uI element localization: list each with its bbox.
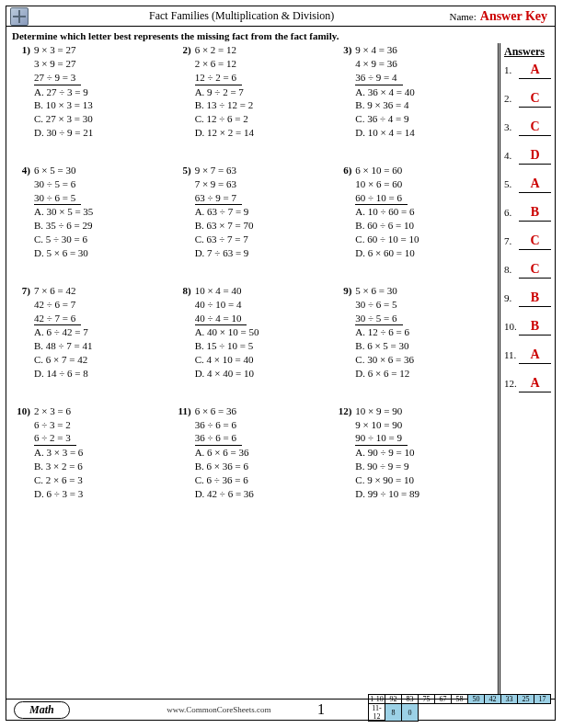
fact-line: 7 × 6 = 42 [34, 284, 93, 298]
plus-logo-icon [10, 7, 29, 26]
fact-line: 42 ÷ 7 = 6 [34, 312, 81, 326]
answers-heading: Answers [504, 45, 551, 59]
choice-line: C. 6 ÷ 36 = 6 [195, 473, 254, 487]
content-area: 1)9 × 3 = 273 × 9 = 2727 ÷ 9 = 3A. 27 ÷ … [6, 43, 555, 700]
instructions-text: Determine which letter best represents t… [6, 27, 555, 45]
answers-list: 1.A2.C3.C4.D5.A6.B7.C8.C9.B10.B11.A12.A [504, 63, 551, 392]
score-cell: 50 [468, 695, 485, 704]
choice-line: D. 7 ÷ 63 = 9 [195, 246, 254, 260]
fact-line: 3 × 9 = 27 [34, 57, 93, 71]
footer-bar: Math www.CommonCoreSheets.com 1 1-109283… [6, 699, 555, 720]
header-bar: Fact Families (Multiplication & Division… [6, 6, 555, 27]
answer-number: 7. [504, 235, 519, 246]
fact-line: 40 ÷ 4 = 10 [195, 312, 247, 326]
problem-body: 7 × 6 = 4242 ÷ 6 = 742 ÷ 7 = 6A. 6 ÷ 42 … [34, 284, 93, 381]
problem-body: 10 × 4 = 4040 ÷ 10 = 440 ÷ 4 = 10A. 40 ×… [195, 284, 259, 381]
choice-line: C. 36 ÷ 4 = 9 [355, 112, 414, 126]
fact-line: 30 ÷ 5 = 6 [34, 177, 93, 191]
choice-line: D. 4 × 40 = 10 [195, 367, 259, 381]
fact-line: 42 ÷ 6 = 7 [34, 298, 93, 312]
page-number: 1 [317, 701, 325, 718]
problems-column: 1)9 × 3 = 273 × 9 = 2727 ÷ 9 = 3A. 27 ÷ … [6, 43, 498, 700]
choice-line: B. 35 ÷ 6 = 29 [34, 219, 93, 233]
problem: 11)6 × 6 = 3636 ÷ 6 = 636 ÷ 6 = 6A. 6 × … [173, 404, 334, 501]
fact-line: 6 × 6 = 36 [195, 404, 254, 418]
choice-line: B. 60 ÷ 6 = 10 [355, 219, 419, 233]
worksheet-page: Fact Families (Multiplication & Division… [6, 6, 556, 721]
answer-row: 2.C [504, 91, 551, 108]
answers-column: Answers 1.A2.C3.C4.D5.A6.B7.C8.C9.B10.B1… [498, 43, 555, 700]
answer-value: B [519, 290, 551, 307]
choice-line: D. 5 × 6 = 30 [34, 246, 93, 260]
choice-line: D. 6 × 60 = 10 [355, 246, 419, 260]
answer-number: 5. [504, 178, 519, 189]
problem-body: 9 × 7 = 637 × 9 = 6363 ÷ 9 = 7A. 63 ÷ 7 … [195, 164, 254, 260]
problem: 10)2 × 3 = 66 ÷ 3 = 26 ÷ 2 = 3A. 3 × 3 =… [12, 404, 173, 501]
fact-line: 4 × 9 = 36 [355, 57, 414, 71]
problem-body: 2 × 3 = 66 ÷ 3 = 26 ÷ 2 = 3A. 3 × 3 = 6B… [34, 404, 83, 501]
score-cell: 1-10 [369, 695, 385, 704]
choice-line: A. 6 ÷ 42 = 7 [34, 325, 93, 339]
choice-line: D. 30 ÷ 9 = 21 [34, 126, 93, 140]
fact-line: 5 × 6 = 30 [355, 284, 414, 298]
answer-value: A [519, 347, 551, 364]
choice-line: B. 3 × 2 = 6 [34, 460, 83, 473]
fact-line: 7 × 9 = 63 [195, 177, 254, 191]
answer-row: 5.A [504, 176, 551, 193]
choice-line: A. 6 × 6 = 36 [195, 446, 254, 460]
choice-line: A. 12 ÷ 6 = 6 [355, 325, 414, 339]
name-label: Name: [449, 11, 476, 22]
problem-number: 8) [173, 284, 191, 298]
fact-line: 6 ÷ 2 = 3 [34, 431, 76, 446]
fact-line: 6 × 5 = 30 [34, 164, 93, 177]
choice-line: B. 63 × 7 = 70 [195, 219, 254, 233]
answer-number: 4. [504, 150, 519, 161]
problem-body: 9 × 4 = 364 × 9 = 3636 ÷ 9 = 4A. 36 × 4 … [355, 43, 414, 140]
choice-line: A. 9 ÷ 2 = 7 [195, 85, 254, 99]
answer-row: 10.B [504, 319, 551, 336]
fact-line: 6 × 2 = 12 [195, 43, 254, 57]
problem-body: 10 × 9 = 909 × 10 = 9090 ÷ 10 = 9A. 90 ÷… [355, 404, 419, 501]
answer-value: A [519, 63, 551, 79]
answer-number: 8. [504, 264, 519, 275]
answer-row: 6.B [504, 205, 551, 222]
answer-number: 2. [504, 93, 519, 104]
choice-line: C. 12 ÷ 6 = 2 [195, 112, 254, 126]
choice-line: D. 99 ÷ 10 = 89 [355, 487, 419, 501]
answer-number: 12. [504, 378, 519, 389]
problem-number: 4) [12, 164, 30, 177]
fact-line: 6 × 10 = 60 [355, 164, 419, 177]
fact-line: 2 × 6 = 12 [195, 57, 254, 71]
answer-number: 9. [504, 292, 519, 303]
choice-line: C. 9 × 90 = 10 [355, 473, 419, 487]
choice-line: A. 10 ÷ 60 = 6 [355, 205, 419, 219]
score-cell: 11-12 [369, 704, 385, 722]
problem: 12)10 × 9 = 909 × 10 = 9090 ÷ 10 = 9A. 9… [333, 404, 494, 501]
problem-number: 9) [333, 284, 351, 298]
fact-line: 27 ÷ 9 = 3 [34, 71, 81, 85]
math-badge: Math [14, 701, 70, 719]
score-cell: 33 [501, 695, 518, 704]
problem: 5)9 × 7 = 637 × 9 = 6363 ÷ 9 = 7A. 63 ÷ … [173, 164, 334, 260]
problem-number: 1) [12, 43, 30, 57]
answer-number: 6. [504, 207, 519, 218]
answer-number: 1. [504, 64, 519, 75]
problem: 4)6 × 5 = 3030 ÷ 5 = 630 ÷ 6 = 5A. 30 × … [12, 164, 173, 260]
problem-body: 6 × 10 = 6010 × 6 = 6060 ÷ 10 = 6A. 10 ÷… [355, 164, 419, 260]
choice-line: C. 27 × 3 = 30 [34, 112, 93, 126]
choice-line: D. 10 × 4 = 14 [355, 126, 414, 140]
problem-number: 5) [173, 164, 191, 177]
fact-line: 30 ÷ 6 = 5 [355, 298, 414, 312]
answer-value: C [519, 119, 551, 136]
fact-line: 36 ÷ 6 = 6 [195, 431, 242, 446]
problem: 6)6 × 10 = 6010 × 6 = 6060 ÷ 10 = 6A. 10… [333, 164, 494, 260]
choice-line: D. 12 × 2 = 14 [195, 126, 254, 140]
choice-line: C. 2 × 6 = 3 [34, 473, 83, 487]
answer-value: B [519, 319, 551, 336]
choice-line: B. 10 × 3 = 13 [34, 98, 93, 112]
fact-line: 63 ÷ 9 = 7 [195, 191, 242, 206]
score-cell: 75 [419, 695, 435, 704]
choice-line: B. 48 ÷ 7 = 41 [34, 339, 93, 353]
choice-line: B. 6 × 5 = 30 [355, 339, 414, 353]
answer-key-label: Answer Key [480, 9, 547, 24]
